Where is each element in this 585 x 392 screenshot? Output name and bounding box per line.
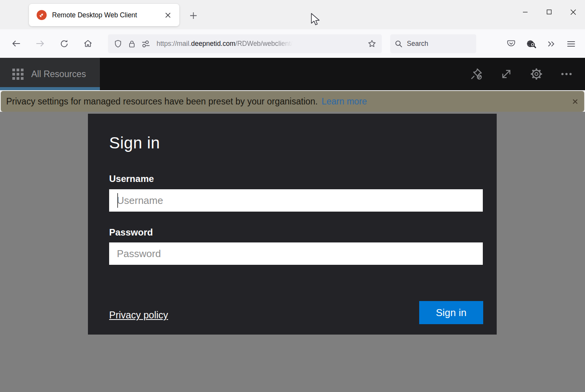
all-resources-label: All Resources (31, 69, 86, 79)
tracking-protection-shield-icon[interactable] (111, 37, 125, 51)
window-minimize-button[interactable] (513, 0, 537, 24)
learn-more-link[interactable]: Learn more (322, 96, 367, 107)
username-label: Username (109, 173, 154, 184)
back-button[interactable] (8, 36, 24, 51)
password-input[interactable] (109, 242, 483, 265)
url-domain: deepnetid.com (191, 40, 235, 48)
new-tab-button[interactable] (186, 8, 201, 22)
hamburger-menu-icon[interactable] (563, 35, 580, 52)
username-field-wrap (109, 189, 483, 212)
banner-close-icon[interactable] (569, 95, 581, 108)
privacy-banner-message: Privacy settings for managed resources h… (6, 96, 318, 107)
remote-desktop-favicon-icon (37, 10, 47, 20)
fullscreen-expand-icon[interactable] (496, 64, 516, 84)
home-button[interactable] (80, 36, 96, 51)
window-controls (513, 0, 585, 27)
permissions-toggles-icon[interactable] (139, 37, 153, 51)
tab-close-icon[interactable] (162, 9, 174, 21)
more-ellipsis-icon[interactable] (556, 64, 577, 84)
url-bar[interactable]: https://mail.deepnetid.com/RDWeb/webclie… (108, 34, 382, 53)
browser-titlebar: Remote Desktop Web Client (0, 0, 585, 29)
browser-search-bar[interactable]: Search (390, 34, 476, 53)
window-maximize-button[interactable] (537, 0, 561, 24)
search-icon (394, 39, 403, 48)
tab-all-resources[interactable]: All Resources (0, 58, 100, 90)
url-text: https://mail.deepnetid.com/RDWeb/webclie… (157, 40, 365, 48)
search-placeholder: Search (407, 40, 428, 48)
signin-button[interactable]: Sign in (419, 301, 483, 324)
password-field-wrap (109, 242, 483, 265)
username-input[interactable] (109, 189, 483, 212)
grid-icon (12, 69, 24, 80)
forward-button[interactable] (32, 36, 48, 51)
overflow-chevrons-icon[interactable] (543, 35, 560, 52)
browser-tab[interactable]: Remote Desktop Web Client (29, 4, 179, 26)
page-background: Sign in Username Password Privacy policy… (0, 112, 585, 392)
password-label: Password (109, 227, 153, 238)
pocket-icon[interactable] (502, 35, 519, 52)
url-prefix: https://mail. (157, 40, 191, 48)
signin-dialog: Sign in Username Password Privacy policy… (88, 114, 497, 335)
active-tab-underline (0, 87, 100, 90)
url-path: /RDWeb/webclient/ (235, 40, 293, 48)
gear-icon[interactable] (526, 64, 546, 84)
browser-toolbar: https://mail.deepnetid.com/RDWeb/webclie… (0, 29, 585, 58)
extension-search-icon[interactable] (523, 35, 539, 52)
tab-title: Remote Desktop Web Client (52, 11, 162, 19)
text-caret (117, 193, 118, 208)
reload-button[interactable] (56, 36, 72, 51)
bookmark-star-icon[interactable] (365, 37, 379, 51)
privacy-banner: Privacy settings for managed resources h… (1, 91, 584, 112)
privacy-policy-link[interactable]: Privacy policy (109, 310, 168, 321)
signin-title: Sign in (109, 134, 160, 152)
unpin-icon[interactable] (466, 64, 486, 84)
window-close-button[interactable] (561, 0, 585, 24)
lock-icon[interactable] (125, 37, 139, 51)
rdweb-header: All Resources (0, 58, 585, 90)
